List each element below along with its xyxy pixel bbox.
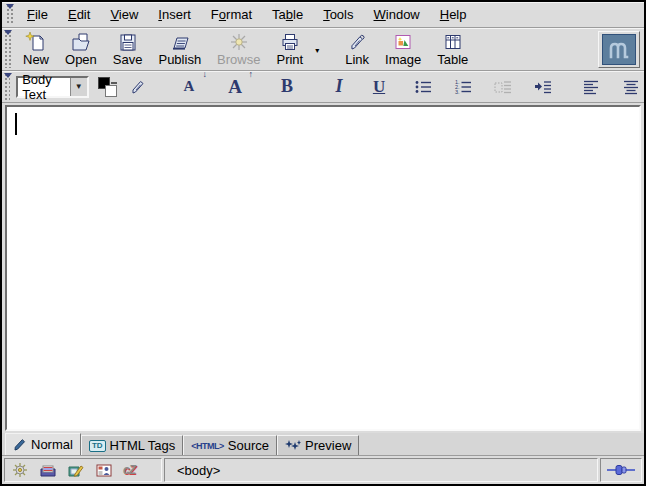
save-button[interactable]: Save [105,30,151,69]
italic-button[interactable]: I [328,74,350,100]
outdent-icon [494,79,512,95]
highlight-pen-icon [129,78,149,96]
editor-canvas[interactable] [5,105,641,431]
bold-icon: B [281,76,293,97]
numbered-list-icon: 1.2.3. [454,79,472,95]
element-path-cell: <body> [164,458,598,482]
table-button[interactable]: Table [429,30,476,69]
menu-bar: File Edit View Insert Format Table Tools… [2,2,644,28]
bold-button[interactable]: B [276,74,298,100]
tab-label: Preview [305,438,351,453]
new-page-icon [25,32,47,52]
link-button[interactable]: Link [337,30,377,69]
tab-label: Source [228,438,269,453]
bulleted-list-icon [414,79,432,95]
online-status-cell [600,458,642,482]
toolbar-grippy[interactable] [5,4,15,25]
status-bar: cZ <body> [2,456,644,484]
main-toolbar: New Open Save Publish Browse [2,28,644,71]
increase-font-button[interactable]: A ↑ [224,74,246,100]
menu-label: F [27,7,35,22]
align-center-button[interactable] [620,74,642,100]
numbered-list-button[interactable]: 1.2.3. [452,74,474,100]
editor-area-wrap [2,103,644,433]
image-icon [392,32,414,52]
mozilla-m-logo [602,34,636,65]
tab-preview[interactable]: Preview [277,435,359,455]
background-color-swatch [105,85,117,97]
highlight-color-button[interactable] [128,74,150,100]
italic-icon: I [336,76,343,97]
bulleted-list-button[interactable] [412,74,434,100]
composer-icon[interactable] [67,462,85,478]
toolbar-grippy[interactable] [3,30,13,68]
composer-window: File Edit View Insert Format Table Tools… [0,0,646,486]
align-left-icon [582,79,600,95]
text-caret [15,113,17,135]
addressbook-icon[interactable] [95,462,113,478]
underline-icon: U [373,77,385,97]
arrow-down-icon: ↓ [203,69,208,79]
html-markup-icon: <HTML> [191,441,224,451]
button-label: New [23,53,49,67]
chevron-down-icon: ▼ [75,82,83,91]
mozilla-throbber-button[interactable] [598,31,640,68]
menu-tools[interactable]: Tools [313,3,363,26]
decrease-font-icon: A [184,78,195,95]
mail-icon[interactable] [39,462,57,478]
image-button[interactable]: Image [377,30,429,69]
paragraph-style-value: Body Text [18,72,69,102]
navigator-icon[interactable] [11,462,29,478]
print-button[interactable]: Print [268,30,311,69]
indent-button[interactable] [532,74,554,100]
edit-mode-tabstrip: Normal TD HTML Tags <HTML> Source Previe… [2,433,644,456]
chatzilla-icon[interactable]: cZ [123,463,135,477]
combo-dropdown-button[interactable]: ▼ [70,78,87,96]
outdent-button[interactable] [492,74,514,100]
browse-button[interactable]: Browse [209,30,268,69]
preview-icon [285,439,301,452]
print-icon [279,32,301,52]
color-dash [111,82,117,84]
arrow-up-icon: ↑ [249,69,254,79]
underline-button[interactable]: U [368,74,390,100]
menu-file[interactable]: File [17,3,58,26]
menu-format[interactable]: Format [201,3,262,26]
open-button[interactable]: Open [57,30,105,69]
paragraph-style-select[interactable]: Body Text ▼ [16,76,88,98]
tab-html-tags[interactable]: TD HTML Tags [81,435,183,455]
menu-view[interactable]: View [100,3,148,26]
align-left-button[interactable] [580,74,602,100]
menu-help[interactable]: Help [430,3,477,26]
format-toolbar: Body Text ▼ A ↓ A ↑ B I U [2,71,644,103]
link-icon [346,32,368,52]
decrease-font-button[interactable]: A ↓ [178,74,200,100]
print-dropdown-arrow[interactable]: ▾ [311,30,323,69]
pen-icon [13,438,27,451]
open-folder-icon [70,32,92,52]
svg-text:3.: 3. [455,89,460,95]
indent-icon [534,79,552,95]
element-path[interactable]: <body> [177,463,220,478]
tab-label: Normal [31,437,73,452]
menu-insert[interactable]: Insert [148,3,201,26]
publish-icon [169,32,191,52]
td-tag-icon: TD [89,440,106,452]
tab-label: HTML Tags [110,438,176,453]
browse-icon [228,32,250,52]
table-icon [442,32,464,52]
save-floppy-icon [117,32,139,52]
publish-button[interactable]: Publish [150,30,209,69]
new-button[interactable]: New [15,30,57,69]
tab-normal[interactable]: Normal [5,433,81,455]
increase-font-icon: A [228,76,242,98]
align-center-icon [622,79,640,95]
toolbar-grippy[interactable] [3,73,10,100]
text-color-picker[interactable] [98,77,112,97]
menu-edit[interactable]: Edit [58,3,100,26]
plug-icon[interactable] [607,463,635,477]
component-bar: cZ [4,458,162,482]
menu-window[interactable]: Window [364,3,430,26]
tab-source[interactable]: <HTML> Source [183,435,277,455]
menu-table[interactable]: Table [262,3,313,26]
